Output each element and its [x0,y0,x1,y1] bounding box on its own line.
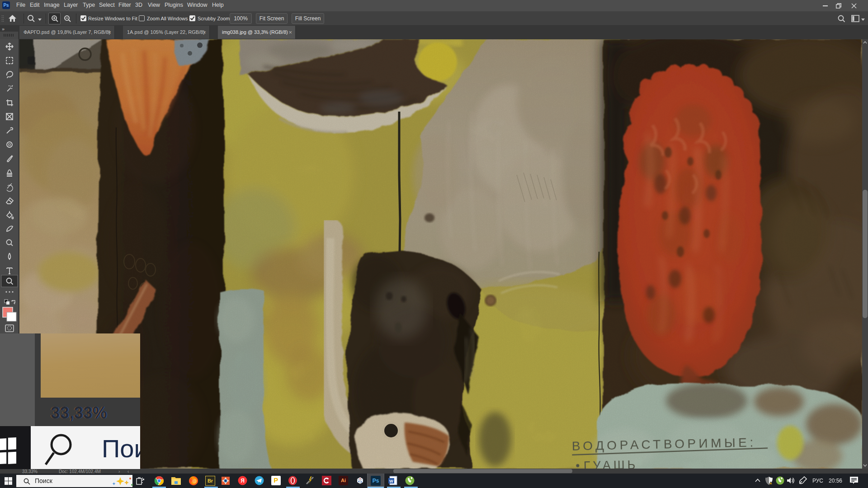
svg-text:Я: Я [241,478,245,484]
svg-text:W: W [389,479,393,483]
